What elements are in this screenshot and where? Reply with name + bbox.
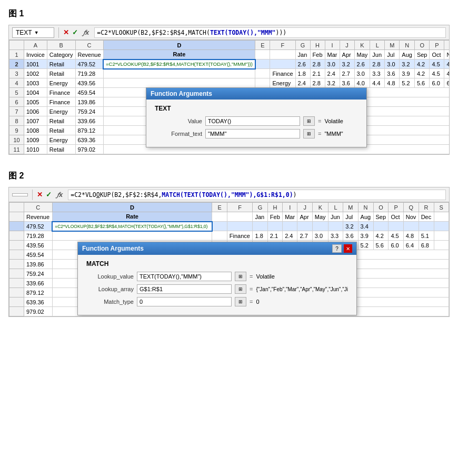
dialog-label-format-1: Format_text [155, 131, 202, 137]
formula-divider-1a [58, 27, 59, 38]
dialog-1: Function Arguments TEXT Value ⊞ = Volati… [146, 87, 367, 147]
dialog-input-matchtype-2[interactable] [137, 297, 232, 306]
col-A-1[interactable]: A [24, 41, 47, 50]
col-J-1[interactable]: J [340, 41, 354, 50]
col-C-1[interactable]: C [75, 41, 103, 50]
col-J-2[interactable]: J [297, 203, 312, 212]
collapse-icon-1b[interactable]: ⊞ [303, 129, 315, 138]
table-row: 2 1001 Retail 479.52 =C2*VLOOKUP(B2,$F$2… [9, 60, 450, 69]
col-L-1[interactable]: L [370, 41, 385, 50]
col-Q-2[interactable]: Q [403, 203, 419, 212]
figure-2: ✕ ✓ 𝑓x =C2*VLOOKUP(B2,$F$2:$R$4,MATCH(TE… [8, 187, 450, 317]
collapse-icon-2b[interactable]: ⊞ [235, 284, 246, 294]
col-Q-1[interactable]: Q [444, 41, 449, 50]
dialog-equals-2c: = [250, 299, 253, 305]
section-title-2: 图 2 [8, 171, 450, 182]
table-row: Revenue Rate Jan Feb Mar Apr May Jun Jul… [9, 212, 449, 222]
table-row: 4 1003 Energy 439.56 Energy 2.4 2.8 3.2 … [9, 78, 450, 88]
col-L-2[interactable]: L [328, 203, 343, 212]
col-P-2[interactable]: P [389, 203, 403, 212]
dialog-input-lookup-2[interactable] [137, 272, 232, 281]
col-B-1[interactable]: B [47, 41, 75, 50]
col-F-1[interactable]: F [270, 41, 295, 50]
dialog-func-name-2: MATCH [86, 260, 348, 267]
dialog-input-array-2[interactable] [137, 284, 232, 294]
table-row: 3 1002 Retail 719.28 Finance 1.8 2.1 2.4… [9, 69, 450, 78]
fx-icon-2[interactable]: 𝑓x [57, 191, 63, 199]
col-M-1[interactable]: M [385, 41, 400, 50]
col-K-1[interactable]: K [354, 41, 370, 50]
col-G-2[interactable]: G [253, 203, 267, 212]
formula-text-1[interactable]: =C2*VLOOKUP(B2,$F$2:$R$4,MATCH(TEXT(TODA… [94, 27, 446, 38]
col-C-2[interactable]: C [24, 203, 53, 212]
formula-divider-2a [32, 190, 33, 200]
col-E-1[interactable]: E [255, 41, 270, 50]
dialog-label-array-2: Lookup_array [86, 286, 134, 292]
dialog-input-value-1[interactable] [205, 116, 300, 126]
col-M-2[interactable]: M [343, 203, 358, 212]
sheet-2: C D E F G H I J K L M N O P Q R S [9, 202, 449, 316]
col-N-1[interactable]: N [400, 41, 415, 50]
collapse-icon-1a[interactable]: ⊞ [303, 116, 315, 126]
formula-bar-2: ✕ ✓ 𝑓x =C2*VLOOKUP(B2,$F$2:$R$4,MATCH(TE… [9, 187, 449, 202]
dialog-label-value-1: Value [155, 118, 202, 124]
dialog-result-2a: Volatile [256, 273, 274, 280]
sheet-1: A B C D E F G H I J K L M N O P Q [9, 40, 449, 154]
corner-header-1 [9, 41, 24, 50]
col-K-2[interactable]: K [312, 203, 328, 212]
col-P-1[interactable]: P [430, 41, 444, 50]
confirm-icon-2[interactable]: ✓ [46, 191, 52, 199]
col-D-1[interactable]: D [103, 41, 255, 50]
table-row: 1 Invoice Category Revenue Rate Jan Feb … [9, 50, 450, 60]
name-box-1[interactable]: TEXT ▼ [12, 27, 54, 38]
cancel-icon-1[interactable]: ✕ [63, 28, 69, 36]
dialog-result-1b: "MMM" [324, 131, 343, 137]
confirm-icon-1[interactable]: ✓ [72, 28, 78, 36]
dialog-input-format-1[interactable] [205, 129, 300, 138]
dialog-title-bar-2: Function Arguments ? ✕ [78, 242, 356, 255]
dialog-2: Function Arguments ? ✕ MATCH Lookup_valu… [77, 242, 357, 315]
dialog-equals-2a: = [250, 273, 253, 280]
col-D-2[interactable]: D [52, 203, 212, 212]
collapse-icon-2c[interactable]: ⊞ [235, 297, 246, 306]
dialog-equals-1b: = [318, 131, 321, 137]
dialog-result-1a: Volatile [324, 118, 343, 124]
section-title-1: 图 1 [8, 8, 450, 19]
col-N-2[interactable]: N [358, 203, 373, 212]
dialog-label-matchtype-2: Match_type [86, 299, 134, 305]
dialog-result-2c: 0 [256, 299, 259, 305]
col-I-1[interactable]: I [325, 41, 340, 50]
table-row: 719.28 Finance 1.8 2.1 2.4 2.7 3.0 3.3 3… [9, 231, 449, 241]
dialog-title-bar-1: Function Arguments [146, 88, 366, 100]
col-R-2[interactable]: R [419, 203, 434, 212]
collapse-icon-2a[interactable]: ⊞ [235, 272, 246, 281]
table-row: 479.52 =C2*VLOOKUP(B2,$F$2:$R$4,MATCH(TE… [9, 222, 449, 231]
formula-text-2[interactable]: =C2*VLOOKUP(B2,$F$2:$R$4,MATCH(TEXT(TODA… [68, 190, 446, 200]
col-O-1[interactable]: O [414, 41, 430, 50]
cancel-icon-2[interactable]: ✕ [37, 191, 43, 199]
corner-header-2 [9, 203, 24, 212]
col-S-2[interactable]: S [434, 203, 449, 212]
dialog-equals-2b: = [250, 286, 253, 292]
dialog-help-button-2[interactable]: ? [332, 244, 342, 253]
col-H-1[interactable]: H [310, 41, 325, 50]
fx-icon-1[interactable]: 𝑓x [83, 28, 89, 37]
col-F-2[interactable]: F [227, 203, 253, 212]
dialog-func-name-1: TEXT [155, 105, 358, 112]
name-box-2[interactable] [12, 193, 28, 196]
col-G-1[interactable]: G [295, 41, 310, 50]
col-O-2[interactable]: O [373, 203, 389, 212]
figure-1: TEXT ▼ ✕ ✓ 𝑓x =C2*VLOOKUP(B2,$F$2:$R$4,M… [8, 25, 450, 155]
col-E-2[interactable]: E [212, 203, 227, 212]
col-I-2[interactable]: I [283, 203, 297, 212]
dialog-result-2b: {"Jan","Feb","Mar","Apr","May","Jun","Ji [256, 286, 348, 292]
formula-bar-1: TEXT ▼ ✕ ✓ 𝑓x =C2*VLOOKUP(B2,$F$2:$R$4,M… [9, 25, 449, 40]
dialog-equals-1a: = [318, 118, 321, 124]
col-H-2[interactable]: H [267, 203, 282, 212]
dialog-label-lookup-2: Lookup_value [86, 273, 134, 280]
dialog-close-button-2[interactable]: ✕ [344, 244, 352, 253]
